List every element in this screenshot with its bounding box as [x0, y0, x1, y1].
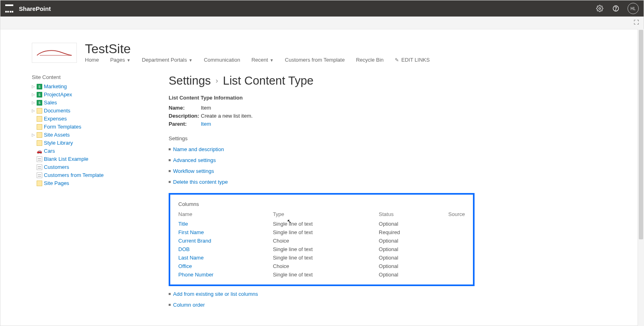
table-row: Phone NumberSingle line of textOptional — [178, 270, 465, 279]
site-logo[interactable] — [32, 43, 77, 63]
avatar[interactable]: HL — [627, 3, 639, 14]
info-desc-value: Create a new list item. — [201, 112, 253, 120]
nav-recycle-bin[interactable]: Recycle Bin — [356, 57, 384, 63]
bullet-icon — [169, 170, 171, 172]
app-name[interactable]: SharePoint — [19, 5, 51, 12]
tree-item-sales[interactable]: ▷sSales — [32, 99, 136, 107]
nav-communication[interactable]: Communication — [204, 57, 240, 63]
col-status: Optional — [379, 253, 400, 262]
link-add-existing-column[interactable]: Add from existing site or list columns — [173, 291, 258, 297]
col-type: Choice — [273, 262, 379, 270]
tree-label[interactable]: Site Assets — [44, 131, 70, 139]
nav-customers-template[interactable]: Customers from Template — [285, 57, 345, 63]
expand-icon[interactable]: ▷ — [32, 83, 35, 91]
tree-item-site-pages[interactable]: ▷Site Pages — [32, 179, 136, 187]
library-icon — [37, 140, 42, 146]
tree-label[interactable]: Marketing — [44, 83, 67, 91]
col-name-header[interactable]: Name — [178, 211, 273, 220]
expand-icon[interactable]: ▷ — [32, 131, 35, 139]
breadcrumb: Settings › List Content Type — [169, 74, 619, 87]
tree-label[interactable]: Blank List Example — [44, 155, 89, 163]
nav-recent[interactable]: Recent▼ — [252, 57, 274, 63]
tree-item-site-assets[interactable]: ▷Site Assets — [32, 131, 136, 139]
tree-item-customers-template[interactable]: ▷Customers from Template — [32, 171, 136, 179]
col-link-dob[interactable]: DOB — [178, 246, 190, 252]
breadcrumb-root[interactable]: Settings — [169, 74, 211, 87]
col-status: Optional — [379, 262, 400, 270]
col-link-office[interactable]: Office — [178, 263, 192, 269]
nav-dept-label: Department Portals — [142, 57, 187, 63]
tree-item-cars[interactable]: ▷🚗Cars — [32, 147, 136, 155]
list-icon — [37, 156, 42, 162]
col-source-header[interactable]: Source — [400, 211, 465, 220]
bullet-icon — [169, 304, 171, 306]
tree-item-form-templates[interactable]: ▷Form Templates — [32, 123, 136, 131]
nav-pages[interactable]: Pages▼ — [110, 57, 131, 63]
col-status: Required — [379, 228, 400, 237]
col-type-header[interactable]: Type — [273, 211, 379, 220]
info-name-value: Item — [201, 104, 211, 112]
tree-label[interactable]: Customers — [44, 163, 69, 171]
content-wrap: TestSite Home Pages▼ Department Portals▼… — [32, 29, 619, 313]
tree-item-expenses[interactable]: ▷Expenses — [32, 115, 136, 123]
site-title[interactable]: TestSite — [85, 42, 430, 55]
tree-label[interactable]: Expenses — [44, 115, 67, 123]
col-link-currentbrand[interactable]: Current Brand — [178, 238, 211, 244]
info-parent-link[interactable]: Item — [201, 121, 211, 127]
tree-label[interactable]: Customers from Template — [44, 171, 104, 179]
nav-home[interactable]: Home — [85, 57, 99, 63]
tree-label[interactable]: Cars — [44, 147, 55, 155]
tree-item-marketing[interactable]: ▷sMarketing — [32, 83, 136, 91]
link-column-order[interactable]: Column order — [173, 302, 205, 308]
chevron-down-icon: ▼ — [188, 58, 192, 62]
col-link-phonenumber[interactable]: Phone Number — [178, 272, 213, 278]
expand-icon[interactable]: ▷ — [32, 91, 35, 99]
tree-label[interactable]: Style Library — [44, 139, 73, 147]
col-link-title[interactable]: Title — [178, 221, 188, 227]
nav-department-portals[interactable]: Department Portals▼ — [142, 57, 192, 63]
col-type: Single line of text — [273, 270, 379, 279]
tree-item-style-library[interactable]: ▷Style Library — [32, 139, 136, 147]
columns-section-highlight: ↖ Columns Name Type Status Source TitleS… — [169, 193, 475, 286]
settings-gear-icon[interactable] — [595, 4, 604, 13]
link-delete-content-type[interactable]: Delete this content type — [173, 179, 228, 185]
tree-label[interactable]: Documents — [44, 107, 70, 115]
col-link-lastname[interactable]: Last Name — [178, 255, 204, 261]
link-name-description[interactable]: Name and description — [173, 146, 224, 152]
help-icon[interactable] — [611, 4, 620, 13]
app-launcher-icon[interactable] — [5, 4, 13, 12]
col-link-firstname[interactable]: First Name — [178, 229, 204, 235]
svg-point-0 — [599, 8, 601, 10]
tree-item-documents[interactable]: ▷Documents — [32, 107, 136, 115]
side-nav-header: Site Content — [32, 74, 136, 80]
tree-label[interactable]: Form Templates — [44, 123, 81, 131]
tree-item-blank-list[interactable]: ▷Blank List Example — [32, 155, 136, 163]
expand-icon[interactable]: ▷ — [32, 107, 35, 115]
col-type: Single line of text — [273, 253, 379, 262]
suite-bar: SharePoint HL — [0, 0, 644, 17]
info-desc-label: Description: — [169, 112, 201, 120]
bullet-icon — [169, 148, 171, 150]
page-title: List Content Type — [223, 74, 314, 87]
tree-label[interactable]: Sales — [44, 99, 57, 107]
col-type: Single line of text — [273, 220, 379, 228]
vertical-scrollbar[interactable] — [638, 29, 644, 326]
tree-label[interactable]: Site Pages — [44, 179, 69, 187]
expand-icon[interactable]: ▷ — [32, 99, 35, 107]
table-row: First NameSingle line of textRequired — [178, 228, 465, 237]
scrollbar-thumb[interactable] — [639, 30, 643, 239]
info-parent-label: Parent: — [169, 120, 201, 128]
columns-header: Columns — [178, 201, 465, 207]
link-workflow-settings[interactable]: Workflow settings — [173, 168, 214, 174]
focus-content-icon[interactable] — [632, 18, 640, 26]
tree-label[interactable]: ProjectApex — [44, 91, 72, 99]
edit-links-button[interactable]: ✎ EDIT LINKS — [395, 57, 430, 63]
image-library-icon: 🚗 — [37, 148, 42, 154]
side-nav: Site Content ▷sMarketing ▷sProjectApex ▷… — [32, 74, 136, 313]
tree-item-customers[interactable]: ▷Customers — [32, 163, 136, 171]
link-advanced-settings[interactable]: Advanced settings — [173, 157, 216, 163]
col-status-header[interactable]: Status — [379, 211, 400, 220]
edit-links-label: EDIT LINKS — [401, 57, 430, 63]
chevron-down-icon: ▼ — [270, 58, 274, 62]
tree-item-projectapex[interactable]: ▷sProjectApex — [32, 91, 136, 99]
